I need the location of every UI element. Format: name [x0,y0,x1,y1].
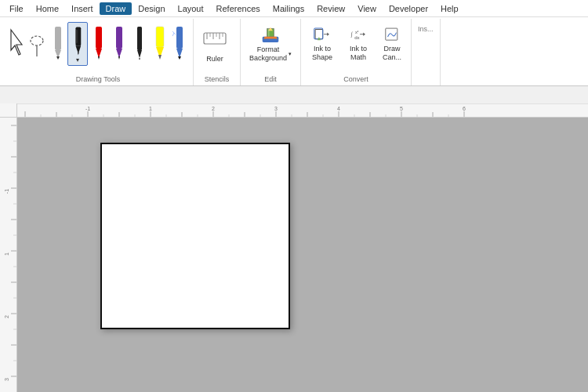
svg-line-26 [172,33,174,36]
format-background-icon [256,25,285,45]
draw-canvas-icon [381,25,403,45]
svg-text:∫: ∫ [350,31,353,38]
highlighter-yellow-tool[interactable] [149,22,169,66]
ruler-label: Ruler [206,55,223,63]
menu-layout[interactable]: Layout [172,2,210,15]
ruler-corner [0,103,17,118]
svg-marker-5 [56,56,60,60]
pen-purple-tool[interactable] [108,22,129,66]
menu-draw[interactable]: Draw [100,2,132,15]
svg-marker-21 [158,55,162,60]
pen-red-tool[interactable] [88,22,108,66]
document-page [100,143,290,329]
menu-insert[interactable]: Insert [65,2,100,15]
svg-text:2: 2 [212,106,215,111]
svg-marker-15 [118,56,120,60]
menu-developer[interactable]: Developer [383,2,434,15]
svg-rect-7 [75,30,78,43]
svg-rect-3 [55,27,61,50]
pen-gray-tool[interactable] [47,22,67,66]
svg-marker-24 [178,56,181,60]
svg-marker-38 [327,33,329,36]
drawing-tools-group: ▾ [3,19,194,85]
svg-marker-45 [363,33,365,36]
insert-group-partial: Ins... [412,19,441,85]
format-bg-dropdown-icon: ▾ [289,51,292,57]
svg-text:3: 3 [274,106,278,111]
pen-red-icon [91,24,105,61]
document-area: -1 1 2 3 4 [0,103,588,392]
svg-rect-19 [156,27,164,47]
svg-text:4: 4 [337,106,340,111]
svg-text:-1: -1 [85,106,90,111]
ruler-tool[interactable]: Ruler [197,22,233,66]
menu-view[interactable]: View [351,2,383,15]
svg-marker-40 [318,37,321,40]
menu-file[interactable]: File [3,2,30,15]
menu-mailings[interactable]: Mailings [267,2,310,15]
horizontal-ruler: -1 1 2 3 4 [17,103,588,118]
pen-black-tool[interactable]: ▾ [67,22,88,66]
insert-label-partial: Ins... [415,22,437,36]
ink-to-math-icon: ∫ x² dx [345,25,372,45]
insert-footer [415,82,437,85]
stencils-group: Ruler Stencils [194,19,241,85]
svg-text:x²: x² [355,30,359,34]
svg-marker-12 [98,56,100,60]
menu-design[interactable]: Design [132,2,171,15]
selected-pen-dropdown: ▾ [76,56,79,64]
pen-gray-icon [50,24,64,61]
svg-marker-9 [78,53,79,55]
pen-black-icon [71,24,85,56]
ruler-h-svg: -1 1 2 3 4 [17,103,588,118]
svg-rect-13 [116,27,122,49]
menu-home[interactable]: Home [30,2,65,15]
svg-marker-0 [11,30,22,55]
drawing-tools-label: Drawing Tools [6,74,190,85]
draw-canvas-label: DrawCan... [383,45,401,63]
svg-marker-17 [137,50,142,58]
format-background-label: FormatBackground [249,45,287,63]
svg-rect-35 [268,28,269,36]
ink-to-math-btn[interactable]: ∫ x² dx Ink toMath [340,22,376,66]
ink-to-math-label: Ink toMath [350,45,367,63]
pen-dark-icon [132,24,146,61]
ribbon: ▾ [0,17,588,86]
svg-rect-10 [96,27,102,49]
ink-to-shape-icon [309,25,336,45]
ruler-icon [202,25,227,53]
svg-text:6: 6 [463,106,466,111]
canvas-area [17,118,588,392]
svg-text:-1: -1 [4,189,9,194]
draw-canvas-btn[interactable]: DrawCan... [376,22,408,66]
svg-text:3: 3 [4,378,9,381]
pen-dark-tool[interactable] [129,22,149,66]
svg-text:dx: dx [354,34,360,40]
convert-group: Ink toShape ∫ x² dx Ink toMath [301,19,412,85]
svg-rect-16 [137,27,142,50]
svg-text:1: 1 [149,106,152,111]
pen-blue-tool[interactable] [169,22,190,66]
svg-text:1: 1 [4,252,9,256]
vertical-ruler: -1 1 2 3 [0,118,17,392]
svg-rect-22 [176,27,183,49]
svg-point-18 [139,58,140,60]
svg-text:2: 2 [4,315,9,318]
svg-point-1 [31,36,43,45]
convert-label: Convert [304,74,408,85]
pen-purple-icon [111,24,125,61]
menu-review[interactable]: Review [310,2,351,15]
lasso-tool[interactable] [27,22,47,66]
ink-to-shape-btn[interactable]: Ink toShape [304,22,340,66]
ruler-v-svg: -1 1 2 3 [0,118,17,392]
menu-help[interactable]: Help [434,2,465,15]
menu-bar: File Home Insert Draw Design Layout Refe… [0,0,588,17]
svg-text:5: 5 [400,106,403,111]
format-background-btn[interactable]: FormatBackground ▾ [244,22,297,66]
menu-references[interactable]: References [210,2,267,15]
cursor-icon [8,27,25,61]
edit-group: FormatBackground ▾ Edit [241,19,301,85]
ink-to-shape-label: Ink toShape [312,45,332,63]
pen-blue-icon [171,24,188,61]
cursor-tool[interactable] [6,22,27,66]
